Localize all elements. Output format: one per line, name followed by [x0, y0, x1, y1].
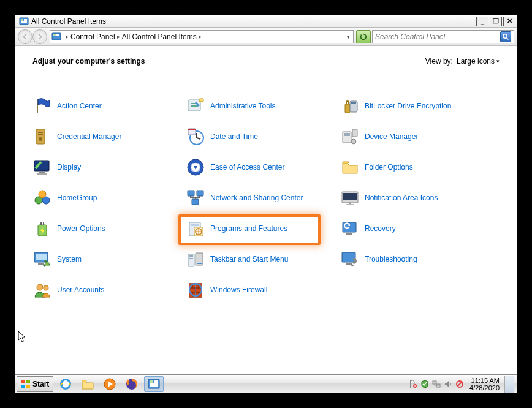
shield-tray-icon[interactable]: [420, 379, 430, 389]
search-box[interactable]: [372, 30, 514, 43]
cpl-item-label: Recovery: [365, 224, 396, 233]
network-tray-icon[interactable]: [431, 379, 441, 389]
svg-rect-23: [344, 133, 350, 136]
search-button[interactable]: [500, 31, 511, 42]
clock-time: 11:15 AM: [469, 377, 500, 384]
svg-rect-58: [197, 263, 202, 264]
svg-rect-36: [192, 199, 199, 205]
chevron-down-icon[interactable]: ▾: [347, 34, 350, 40]
cpl-item-troubleshooting[interactable]: Troubleshooting: [340, 248, 417, 270]
credential-icon: [32, 127, 52, 146]
refresh-button[interactable]: [356, 30, 371, 43]
notification-icon: [340, 188, 360, 208]
cpl-item-folder-options[interactable]: Folder Options: [340, 156, 413, 178]
svg-rect-42: [40, 222, 42, 225]
svg-rect-17: [38, 134, 43, 135]
svg-rect-51: [36, 254, 47, 260]
cpl-item-label: Folder Options: [365, 163, 413, 172]
flag-tray-icon[interactable]: ✕: [408, 379, 418, 389]
svg-rect-73: [150, 380, 153, 383]
cpl-item-recovery[interactable]: Recovery: [340, 217, 396, 240]
cpl-item-date-and-time[interactable]: Date and Time: [186, 126, 258, 148]
search-input[interactable]: [375, 32, 500, 41]
svg-rect-16: [38, 132, 43, 133]
svg-rect-79: [433, 381, 436, 384]
chevron-right-icon[interactable]: ▸: [66, 33, 69, 40]
blocked-tray-icon[interactable]: [455, 379, 465, 389]
svg-line-8: [507, 37, 509, 39]
cpl-item-label: Ease of Access Center: [210, 163, 284, 172]
forward-button[interactable]: [32, 29, 47, 44]
minimize-button[interactable]: _: [476, 17, 488, 26]
cpl-item-power-options[interactable]: Power Options: [32, 217, 105, 240]
svg-rect-68: [26, 385, 30, 388]
svg-rect-14: [351, 102, 356, 104]
svg-rect-55: [189, 255, 193, 257]
cpl-item-windows-firewall[interactable]: Windows Firewall: [186, 279, 267, 301]
chevron-down-icon: ▾: [496, 58, 500, 64]
close-button[interactable]: ✕: [503, 17, 515, 26]
cpl-item-network-and-sharing-center[interactable]: Network and Sharing Center: [186, 187, 303, 209]
start-button[interactable]: Start: [17, 376, 53, 392]
view-by-label: View by:: [425, 57, 453, 66]
svg-rect-75: [150, 383, 158, 387]
taskbar-app-controlpanel-app-icon[interactable]: [144, 376, 164, 392]
svg-rect-66: [26, 380, 30, 383]
cpl-item-device-manager[interactable]: Device Manager: [340, 126, 418, 148]
cpl-item-bitlocker-drive-encryption[interactable]: BitLocker Drive Encryption: [340, 95, 451, 117]
svg-rect-67: [21, 385, 25, 388]
volume-tray-icon[interactable]: [443, 379, 453, 389]
svg-rect-3: [21, 21, 27, 23]
svg-rect-34: [188, 191, 194, 196]
cpl-item-label: Notification Area Icons: [365, 194, 438, 202]
address-bar[interactable]: ▸ Control Panel ▸ All Control Panel Item…: [50, 30, 354, 43]
svg-rect-52: [38, 263, 44, 265]
window-icon: [19, 17, 29, 26]
toolbar: ▸ Control Panel ▸ All Control Panel Item…: [15, 28, 517, 46]
cpl-item-label: Network and Sharing Center: [210, 194, 303, 202]
cpl-item-taskbar-and-start-menu[interactable]: Taskbar and Start Menu: [186, 248, 288, 270]
homegroup-icon: [32, 188, 52, 208]
clock[interactable]: 11:15 AM 4/28/2020: [467, 377, 502, 391]
svg-rect-24: [352, 129, 357, 137]
ease-icon: [186, 157, 205, 177]
view-by-dropdown[interactable]: Large icons ▾: [457, 57, 500, 66]
chevron-right-icon[interactable]: ▸: [199, 33, 202, 40]
cpl-item-administrative-tools[interactable]: Administrative Tools: [186, 95, 276, 117]
taskbar-app-firefox-icon[interactable]: [122, 376, 142, 392]
svg-rect-12: [345, 104, 350, 113]
cpl-item-homegroup[interactable]: HomeGroup: [32, 187, 97, 209]
svg-rect-59: [342, 252, 355, 262]
cpl-item-programs-and-features[interactable]: Programs and Features: [186, 217, 287, 240]
cpl-item-action-center[interactable]: Action Center: [32, 95, 102, 117]
svg-rect-4: [52, 33, 61, 40]
cpl-item-label: BitLocker Drive Encryption: [365, 102, 451, 110]
svg-text:✕: ✕: [414, 384, 416, 388]
svg-rect-15: [36, 129, 45, 144]
cpl-item-label: Taskbar and Start Menu: [210, 255, 288, 263]
cpl-item-credential-manager[interactable]: Credential Manager: [32, 126, 121, 148]
svg-rect-39: [349, 202, 351, 204]
taskbar-app-mediaplayer-icon[interactable]: [100, 376, 120, 392]
svg-rect-74: [154, 380, 158, 383]
system-icon: [32, 249, 52, 269]
network-icon: [186, 188, 205, 208]
back-button[interactable]: [18, 29, 32, 44]
taskbar-app-explorer-icon[interactable]: [78, 376, 97, 392]
cpl-item-system[interactable]: System: [32, 248, 82, 270]
content-area: Adjust your computer's settings View by:…: [15, 46, 517, 377]
breadcrumb-seg-1[interactable]: Control Panel: [70, 32, 115, 41]
cpl-item-display[interactable]: Display: [32, 156, 81, 178]
breadcrumb-seg-2[interactable]: All Control Panel Items: [122, 32, 197, 41]
show-desktop-button[interactable]: [504, 376, 514, 393]
cpl-item-ease-of-access-center[interactable]: Ease of Access Center: [186, 156, 284, 178]
svg-rect-28: [37, 173, 47, 175]
cpl-item-notification-area-icons[interactable]: Notification Area Icons: [340, 187, 438, 209]
maximize-button[interactable]: ❐: [490, 17, 502, 26]
svg-rect-45: [191, 224, 199, 226]
taskbar-app-ie-icon[interactable]: [56, 376, 75, 392]
cpl-item-user-accounts[interactable]: User Accounts: [32, 279, 104, 301]
cpl-item-label: HomeGroup: [57, 194, 97, 202]
tools-icon: [186, 96, 205, 116]
chevron-right-icon[interactable]: ▸: [117, 33, 120, 40]
